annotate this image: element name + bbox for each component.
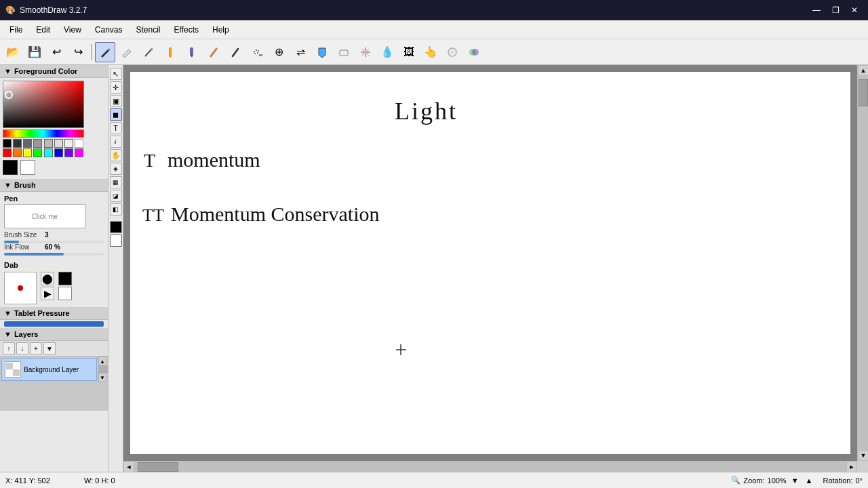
round-brush-button[interactable]: [225, 42, 245, 62]
tablet-pressure-header[interactable]: ▼ Tablet Pressure: [0, 307, 108, 320]
toolbar: 📂 💾 ↩ ↪ ⊕ ⇌ 💧 🖼 👆: [0, 39, 868, 65]
menu-effects[interactable]: Effects: [167, 22, 205, 37]
fill-button[interactable]: [312, 42, 332, 62]
clone-button[interactable]: ⇌: [290, 42, 311, 62]
menu-canvas[interactable]: Canvas: [88, 22, 130, 37]
dropper-button[interactable]: 💧: [377, 42, 397, 62]
redo-button[interactable]: ↪: [68, 42, 88, 62]
scroll-up-button[interactable]: ▲: [858, 65, 868, 76]
magic-wand-button[interactable]: [355, 42, 376, 62]
vert-select-rect-btn[interactable]: ▣: [110, 95, 122, 107]
swatch-red[interactable]: [3, 148, 12, 157]
smudge-button[interactable]: 👆: [420, 42, 441, 62]
layer-add-button[interactable]: +: [30, 342, 42, 354]
undo-button[interactable]: ↩: [46, 42, 66, 62]
dab-ctrl-1[interactable]: ⬤: [41, 272, 54, 285]
vert-fg-sq-btn[interactable]: [110, 221, 122, 233]
swatch-blue[interactable]: [54, 148, 63, 157]
drawing-canvas[interactable]: Light T momentum TT Momentum Conservatio…: [130, 72, 850, 454]
vert-arrow-btn[interactable]: ↖: [110, 68, 122, 80]
eraser-pen-button[interactable]: [117, 42, 137, 62]
vert-extra1-btn[interactable]: ◈: [110, 163, 122, 175]
vert-brush-btn[interactable]: ◼: [110, 108, 122, 121]
swatch-green[interactable]: [33, 148, 42, 157]
foreground-color-box[interactable]: [3, 160, 18, 175]
felt-pen-button[interactable]: [203, 42, 224, 62]
canvas-vertical-scrollbar[interactable]: ▲ ▼: [857, 65, 868, 461]
dab-ctrl-2[interactable]: ▶: [41, 287, 54, 300]
swatch-gray[interactable]: [23, 139, 32, 148]
eraser-button[interactable]: [334, 42, 354, 62]
brush-size-bar[interactable]: [4, 241, 104, 243]
brush-header[interactable]: ▼ Brush: [0, 179, 108, 192]
zoom-decrease-button[interactable]: ▼: [789, 476, 801, 485]
scroll-right-button[interactable]: ►: [846, 462, 857, 472]
photo-button[interactable]: 🖼: [399, 42, 419, 62]
menu-stencil[interactable]: Stencil: [130, 22, 167, 37]
brush-preview-area[interactable]: Click me: [4, 204, 85, 228]
minimize-button[interactable]: —: [808, 3, 825, 17]
menu-view[interactable]: View: [57, 22, 88, 37]
scroll-left-button[interactable]: ◄: [123, 462, 134, 472]
menu-file[interactable]: File: [3, 22, 29, 37]
dab-preview[interactable]: [4, 272, 37, 304]
layer-scroll-up[interactable]: ▲: [98, 357, 106, 366]
foreground-color-header[interactable]: ▼ Foreground Color: [0, 65, 108, 78]
vert-extra3-btn[interactable]: ◪: [110, 190, 122, 202]
swatch-lightgray[interactable]: [44, 139, 53, 148]
layers-header[interactable]: ▼ Layers: [0, 328, 108, 341]
swatch-white[interactable]: [75, 139, 83, 148]
stamp-button[interactable]: ⊕: [269, 42, 289, 62]
layer-scroll-down[interactable]: ▼: [98, 373, 106, 382]
menu-edit[interactable]: Edit: [29, 22, 57, 37]
swatch-verylightgray[interactable]: [54, 139, 63, 148]
swatch-cyan[interactable]: [44, 148, 53, 157]
color-gradient[interactable]: [3, 81, 84, 128]
crayon-button[interactable]: [160, 42, 180, 62]
dodge-button[interactable]: [442, 42, 462, 62]
swatch-yellow[interactable]: [23, 148, 32, 157]
bg-color-indicator[interactable]: [58, 287, 72, 300]
open-button[interactable]: 📂: [3, 42, 23, 62]
pen-tool-button[interactable]: [95, 42, 115, 62]
canvas-horizontal-scrollbar[interactable]: ◄ ►: [123, 461, 857, 472]
restore-button[interactable]: ❐: [827, 3, 844, 17]
scroll-horizontal-track[interactable]: [134, 462, 846, 472]
scroll-horizontal-thumb[interactable]: [138, 462, 178, 472]
blend-button[interactable]: [464, 42, 484, 62]
layer-menu-button[interactable]: ▼: [43, 342, 56, 354]
pencil-button[interactable]: [138, 42, 159, 62]
swatch-darkgray[interactable]: [13, 139, 22, 148]
vert-bg-sq-btn[interactable]: [110, 235, 122, 247]
vert-eyedropper-btn[interactable]: 𝒊: [110, 136, 122, 148]
marker-button[interactable]: [182, 42, 202, 62]
layer-background[interactable]: Background Layer: [1, 358, 97, 381]
swatch-midgray[interactable]: [33, 139, 42, 148]
scroll-vertical-thumb[interactable]: [859, 79, 868, 106]
vert-move-btn[interactable]: ✛: [110, 81, 122, 94]
layer-down-button[interactable]: ↓: [16, 342, 28, 354]
vert-hand-btn[interactable]: ✋: [110, 149, 122, 161]
swatch-almostwhite[interactable]: [64, 139, 73, 148]
swatch-black[interactable]: [3, 139, 12, 148]
background-color-box[interactable]: [20, 160, 35, 175]
vert-extra4-btn[interactable]: ◧: [110, 203, 122, 216]
zoom-increase-button[interactable]: ▲: [804, 476, 815, 485]
ink-flow-bar[interactable]: [4, 253, 104, 256]
layer-up-button[interactable]: ↑: [3, 342, 15, 354]
spray-button[interactable]: [247, 42, 267, 62]
menu-help[interactable]: Help: [205, 22, 236, 37]
fg-color-indicator[interactable]: [58, 272, 72, 285]
scroll-down-button[interactable]: ▼: [858, 450, 868, 461]
swatch-orange[interactable]: [13, 148, 22, 157]
brush-content: Pen Click me Brush Size 3 Ink Flow 60 %: [0, 192, 108, 258]
vert-extra2-btn[interactable]: ▦: [110, 176, 122, 188]
close-button[interactable]: ✕: [846, 3, 863, 17]
hue-bar[interactable]: [3, 129, 84, 138]
swatch-violet[interactable]: [64, 148, 73, 157]
canvas-container[interactable]: Light T momentum TT Momentum Conservatio…: [123, 65, 868, 472]
swatch-magenta[interactable]: [75, 148, 83, 157]
vert-text-btn[interactable]: T: [110, 122, 122, 134]
save-button[interactable]: 💾: [24, 42, 45, 62]
scroll-vertical-track[interactable]: [858, 76, 868, 450]
